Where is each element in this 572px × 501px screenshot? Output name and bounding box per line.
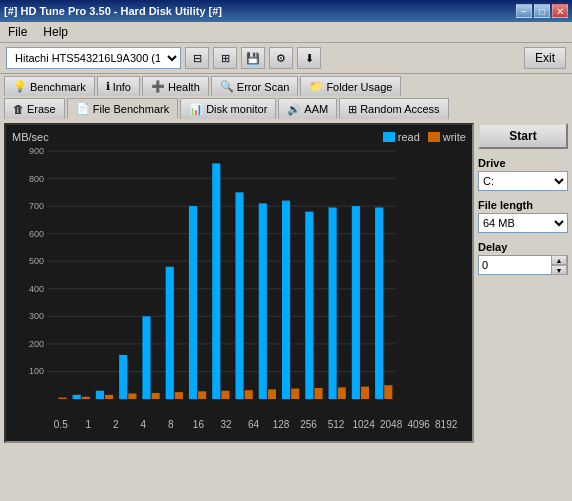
tab-random-access-label: Random Access — [360, 103, 439, 115]
x-axis-label: 8192 — [435, 419, 458, 430]
x-axis-label: 0.5 — [49, 419, 72, 430]
aam-icon: 🔊 — [287, 103, 301, 116]
menu-bar: File Help — [0, 22, 572, 43]
tab-health-label: Health — [168, 81, 200, 93]
x-axis-label: 256 — [297, 419, 320, 430]
side-panel: Start Drive C: D: File length 1 MB 8 MB … — [478, 123, 568, 443]
x-axis-label: 1024 — [352, 419, 375, 430]
file-benchmark-icon: 📄 — [76, 102, 90, 115]
tab-disk-monitor[interactable]: 📊 Disk monitor — [180, 98, 276, 119]
delay-increment[interactable]: ▲ — [551, 255, 567, 265]
error-scan-icon: 🔍 — [220, 80, 234, 93]
chart-area: MB/sec read write 0.51248163264128256512… — [4, 123, 474, 443]
toolbar-btn-5[interactable]: ⬇ — [297, 47, 321, 69]
tab-aam-label: AAM — [304, 103, 328, 115]
x-axis-label: 32 — [214, 419, 237, 430]
menu-file[interactable]: File — [4, 24, 31, 40]
x-axis-label: 2 — [104, 419, 127, 430]
maximize-button[interactable]: □ — [534, 4, 550, 18]
tab-random-access[interactable]: ⊞ Random Access — [339, 98, 448, 119]
tab-disk-monitor-label: Disk monitor — [206, 103, 267, 115]
chart-unit-label: MB/sec — [12, 131, 49, 143]
benchmark-icon: 💡 — [13, 80, 27, 93]
chart-canvas — [12, 147, 402, 417]
x-axis-label: 4096 — [407, 419, 430, 430]
x-axis-label: 2048 — [380, 419, 403, 430]
file-length-group: File length 1 MB 8 MB 32 MB 64 MB 128 MB… — [478, 199, 568, 233]
health-icon: ➕ — [151, 80, 165, 93]
x-axis-label: 16 — [187, 419, 210, 430]
x-axis-label: 4 — [132, 419, 155, 430]
close-button[interactable]: ✕ — [552, 4, 568, 18]
random-access-icon: ⊞ — [348, 103, 357, 116]
tabs-row2: 🗑 Erase 📄 File Benchmark 📊 Disk monitor … — [0, 96, 572, 119]
x-axis-label: 1 — [77, 419, 100, 430]
folder-usage-icon: 📁 — [309, 80, 323, 93]
tab-erase[interactable]: 🗑 Erase — [4, 98, 65, 119]
drive-group: Drive C: D: — [478, 157, 568, 191]
tab-aam[interactable]: 🔊 AAM — [278, 98, 337, 119]
legend-write-label: write — [443, 131, 466, 143]
exit-button[interactable]: Exit — [524, 47, 566, 69]
main-content: MB/sec read write 0.51248163264128256512… — [0, 119, 572, 447]
x-axis-label: 512 — [324, 419, 347, 430]
title-bar: [#] HD Tune Pro 3.50 - Hard Disk Utility… — [0, 0, 572, 22]
chart-header: MB/sec read write — [12, 131, 466, 143]
tab-file-benchmark-label: File Benchmark — [93, 103, 169, 115]
tab-erase-label: Erase — [27, 103, 56, 115]
delay-decrement[interactable]: ▼ — [551, 265, 567, 275]
toolbar-btn-2[interactable]: ⊞ — [213, 47, 237, 69]
delay-spinbutton: ▲ ▼ — [551, 255, 567, 275]
legend-read-label: read — [398, 131, 420, 143]
tab-benchmark-label: Benchmark — [30, 81, 86, 93]
delay-input[interactable] — [479, 258, 551, 272]
delay-label: Delay — [478, 241, 568, 253]
tabs-row1: 💡 Benchmark ℹ Info ➕ Health 🔍 Error Scan… — [0, 74, 572, 96]
info-icon: ℹ — [106, 80, 110, 93]
toolbar-btn-3[interactable]: 💾 — [241, 47, 265, 69]
delay-group: Delay ▲ ▼ — [478, 241, 568, 275]
toolbar-btn-4[interactable]: ⚙ — [269, 47, 293, 69]
drive-dropdown[interactable]: Hitachi HTS543216L9A300 (160 GB) — [6, 47, 181, 69]
file-length-label: File length — [478, 199, 568, 211]
window-title: [#] HD Tune Pro 3.50 - Hard Disk Utility… — [4, 5, 222, 17]
tab-error-scan[interactable]: 🔍 Error Scan — [211, 76, 299, 96]
toolbar-btn-1[interactable]: ⊟ — [185, 47, 209, 69]
legend-write: write — [428, 131, 466, 143]
chart-legend: read write — [383, 131, 466, 143]
tab-benchmark[interactable]: 💡 Benchmark — [4, 76, 95, 96]
tab-health[interactable]: ➕ Health — [142, 76, 209, 96]
tab-folder-usage-label: Folder Usage — [326, 81, 392, 93]
drive-label: Drive — [478, 157, 568, 169]
start-button[interactable]: Start — [478, 123, 568, 149]
window-controls: − □ ✕ — [516, 4, 568, 18]
legend-read: read — [383, 131, 420, 143]
disk-monitor-icon: 📊 — [189, 103, 203, 116]
menu-help[interactable]: Help — [39, 24, 72, 40]
x-axis-label: 64 — [242, 419, 265, 430]
legend-write-color — [428, 132, 440, 142]
tab-folder-usage[interactable]: 📁 Folder Usage — [300, 76, 401, 96]
legend-read-color — [383, 132, 395, 142]
tab-info-label: Info — [113, 81, 131, 93]
minimize-button[interactable]: − — [516, 4, 532, 18]
drive-select[interactable]: C: D: — [478, 171, 568, 191]
erase-icon: 🗑 — [13, 103, 24, 115]
x-axis: 0.512481632641282565121024204840968192 — [12, 417, 466, 430]
file-length-select[interactable]: 1 MB 8 MB 32 MB 64 MB 128 MB 256 MB — [478, 213, 568, 233]
tab-file-benchmark[interactable]: 📄 File Benchmark — [67, 98, 178, 119]
delay-input-row: ▲ ▼ — [478, 255, 568, 275]
tab-info[interactable]: ℹ Info — [97, 76, 140, 96]
toolbar: Hitachi HTS543216L9A300 (160 GB) ⊟ ⊞ 💾 ⚙… — [0, 43, 572, 74]
x-axis-label: 8 — [159, 419, 182, 430]
x-axis-label: 128 — [269, 419, 292, 430]
tab-error-scan-label: Error Scan — [237, 81, 290, 93]
